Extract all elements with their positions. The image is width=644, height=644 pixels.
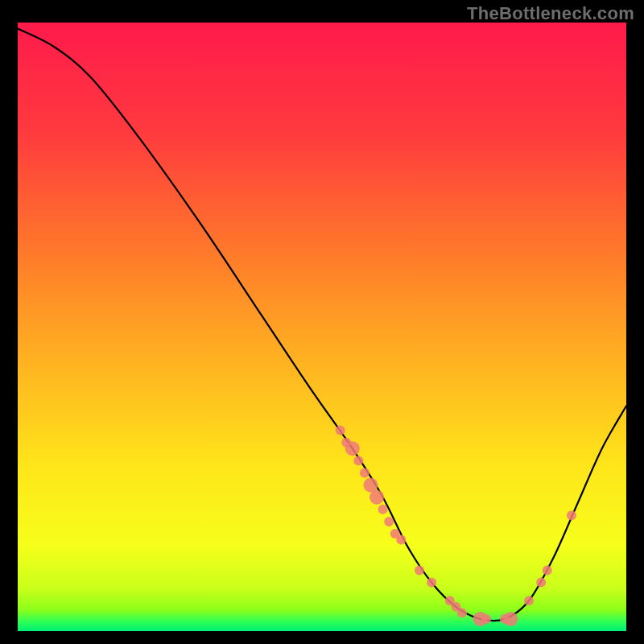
chart-container: TheBottleneck.com bbox=[0, 0, 644, 644]
plot-background bbox=[18, 23, 626, 631]
bottleneck-curve-chart bbox=[0, 0, 644, 644]
curve-dot bbox=[457, 608, 467, 617]
curve-dot bbox=[336, 426, 345, 436]
curve-dot bbox=[353, 456, 363, 465]
curve-dot bbox=[415, 565, 424, 575]
curve-dot bbox=[503, 612, 518, 626]
curve-dot bbox=[536, 578, 546, 588]
curve-dot bbox=[524, 596, 534, 605]
curve-dot bbox=[567, 510, 576, 520]
curve-dot bbox=[378, 505, 388, 514]
curve-dot bbox=[543, 565, 552, 575]
curve-dot bbox=[481, 614, 491, 624]
curve-dot bbox=[384, 517, 394, 526]
curve-dot bbox=[345, 441, 360, 456]
curve-dot bbox=[369, 490, 384, 505]
curve-dot bbox=[360, 468, 369, 477]
curve-dot bbox=[396, 535, 406, 545]
curve-dot bbox=[427, 578, 436, 588]
watermark-label: TheBottleneck.com bbox=[467, 3, 634, 24]
